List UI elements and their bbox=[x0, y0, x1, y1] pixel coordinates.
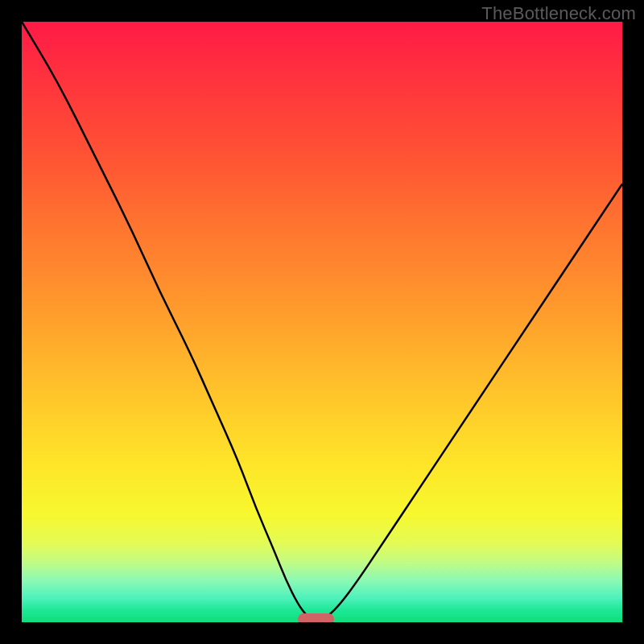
plot-area bbox=[22, 22, 622, 622]
chart-frame: TheBottleneck.com bbox=[0, 0, 644, 644]
watermark-text: TheBottleneck.com bbox=[481, 3, 636, 24]
curve-line bbox=[22, 22, 622, 622]
notch-marker bbox=[298, 613, 334, 622]
